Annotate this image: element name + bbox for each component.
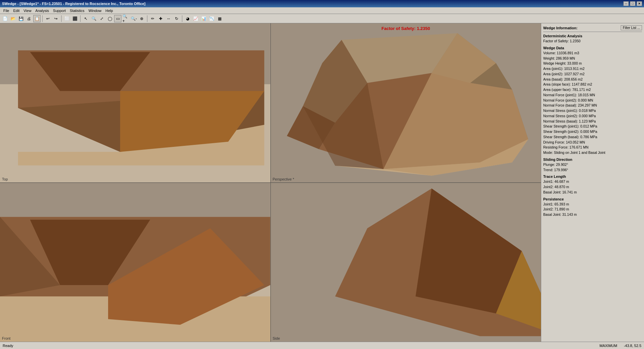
viewport-side[interactable]: Side (271, 183, 541, 342)
wedge-data-rows: Volume: 11036.891 m3Weight: 286.959 MNWe… (543, 51, 642, 156)
print-button[interactable]: 🖨 (25, 15, 33, 22)
filter-list-button[interactable]: Filter List ... (621, 25, 642, 30)
move-button[interactable]: ↔ (165, 15, 172, 22)
viewport-front[interactable]: Front (0, 183, 270, 342)
wedge-data-row-3: Area (joint1): 1013.911 m2 (543, 66, 642, 72)
trace-row-2: Basal Joint: 16.741 m (543, 190, 642, 195)
copy-button[interactable]: 📋 (33, 15, 41, 22)
wedge-data-row-6: Area (slope face): 1147.882 m2 (543, 82, 642, 87)
select2-button[interactable]: ◯ (106, 15, 113, 22)
wedge-data-row-5: Area (basal): 208.656 m2 (543, 77, 642, 82)
viewport-top[interactable]: Top (0, 23, 270, 182)
chart1-button[interactable]: 📈 (192, 15, 199, 22)
wedge-data-row-15: Shear Strength (joint2): 0.000 MPa (543, 129, 642, 135)
rect-button[interactable]: ▭ (114, 15, 121, 22)
cross-button[interactable]: ✚ (157, 15, 164, 22)
perspective-view-svg (271, 23, 541, 182)
menu-bar: File Edit View Analysis Support Statisti… (0, 7, 644, 14)
stereonet-button[interactable]: ◕ (184, 15, 191, 22)
side-viewport-label: Side (273, 336, 280, 340)
sep4 (147, 15, 147, 22)
chart2-button[interactable]: 📊 (200, 15, 207, 22)
pick-button[interactable]: ✏ (149, 15, 156, 22)
new-button[interactable]: 📄 (1, 15, 9, 22)
wedge-data-title: Wedge Data (543, 46, 642, 50)
top-view-svg (0, 23, 270, 182)
wedge-data-row-17: Driving Force: 143.052 MN (543, 140, 642, 145)
wedge-data-row-18: Resisting Force: 176.671 MN (543, 145, 642, 150)
viewport-perspective[interactable]: Factor of Safety: 1.2350 (271, 23, 541, 182)
sliding-row-1: Trend: 179.996° (543, 168, 642, 173)
wedge-data-row-0: Volume: 11036.891 m3 (543, 51, 642, 56)
title-bar-buttons: ─ □ ✕ (623, 1, 642, 6)
perspective-viewport-label: Perspective * (273, 177, 294, 181)
sliding-row-0: Plunge: 29.902° (543, 162, 642, 168)
minimize-button[interactable]: ─ (623, 1, 629, 6)
zoom-all-button[interactable]: ⊕ (138, 15, 145, 22)
front-view-svg (0, 183, 270, 342)
menu-edit[interactable]: Edit (11, 8, 22, 13)
zoom-out-button[interactable]: 🔍- (130, 15, 137, 22)
title-bar: SWedge - [SWedge1* - FS=1.23501 - Regist… (0, 0, 644, 7)
menu-support[interactable]: Support (51, 8, 68, 13)
table-button[interactable]: ▦ (216, 15, 223, 22)
trace-length-rows: Joint1: 46.687 mJoint2: 48.870 mBasal Jo… (543, 179, 642, 195)
right-panel-header: Wedge Information: Filter List ... (543, 25, 642, 32)
save-button[interactable]: 💾 (17, 15, 25, 22)
menu-help[interactable]: Help (103, 8, 115, 13)
wedge-data-row-9: Normal Force (joint2): 0.000 MN (543, 98, 642, 103)
open-button[interactable]: 📂 (9, 15, 17, 22)
wedge-data-row-13: Normal Stress (basal): 1.123 MPa (543, 119, 642, 124)
status-ready: Ready (3, 344, 599, 348)
sliding-direction-rows: Plunge: 29.902°Trend: 179.996° (543, 162, 642, 173)
svg-rect-17 (0, 183, 270, 217)
persistence-row-0: Joint1: 65.393 m (543, 202, 642, 207)
wedge-data-row-1: Weight: 286.959 MN (543, 56, 642, 61)
wedge-data-row-10: Normal Force (basal): 234.297 MN (543, 103, 642, 108)
menu-analysis[interactable]: Analysis (33, 8, 51, 13)
trace-row-1: Joint2: 48.870 m (543, 184, 642, 190)
app-title: SWedge - [SWedge1* - FS=1.23501 - Regist… (2, 2, 145, 6)
zoom-extents-button[interactable]: ⤢ (98, 15, 105, 22)
viewport-area: Top Factor of Safety: 1.2350 (0, 23, 541, 342)
side-view-svg (271, 183, 541, 342)
wedge-data-row-8: Normal Force (joint1): 18.015 MN (543, 93, 642, 98)
menu-statistics[interactable]: Statistics (68, 8, 86, 13)
wedge-data-row-16: Shear Strength (basal): 0.786 MPa (543, 135, 642, 140)
top-viewport-label: Top (2, 177, 8, 181)
rotate-button[interactable]: ↻ (173, 15, 180, 22)
sep5 (182, 15, 182, 22)
wedge-info-label: Wedge Information: (543, 26, 577, 30)
wedge-data-row-11: Normal Stress (joint1): 0.018 MPa (543, 108, 642, 114)
persistence-title: Persistence (543, 197, 642, 201)
menu-window[interactable]: Window (86, 8, 103, 13)
undo-button[interactable]: ↩ (44, 15, 52, 22)
menu-file[interactable]: File (1, 8, 11, 13)
menu-view[interactable]: View (22, 8, 34, 13)
deterministic-title: Deterministic Analysis (543, 34, 642, 38)
zoom-in-button[interactable]: 🔍+ (122, 15, 129, 22)
fs-value: Factor of Safety: 1.2350 (543, 39, 642, 44)
restore-button[interactable]: □ (630, 1, 635, 6)
status-bar: Ready MAXIMUM -43.8, 52.5 (0, 342, 644, 349)
btn4[interactable]: ⬛ (71, 15, 79, 22)
wedge-data-row-4: Area (joint2): 1027.927 m2 (543, 72, 642, 77)
wedge-data-row-14: Shear Strength (joint1): 0.012 MPa (543, 124, 642, 129)
redo-button[interactable]: ↪ (52, 15, 60, 22)
wedge-data-row-7: Area (upper face): 781.171 m2 (543, 87, 642, 93)
select-button[interactable]: ↖ (82, 15, 89, 22)
close-button[interactable]: ✕ (637, 1, 642, 6)
status-right: MAXIMUM -43.8, 52.5 (599, 344, 641, 348)
right-panel: Wedge Information: Filter List ... Deter… (541, 23, 644, 342)
wedge-data-row-12: Normal Stress (joint2): 0.000 MPa (543, 114, 642, 119)
btn3[interactable]: ⬜ (63, 15, 71, 22)
chart3-button[interactable]: 📉 (208, 15, 215, 22)
wedge-data-row-19: Mode: Sliding on Joint 1 and Basal Joint (543, 150, 642, 156)
persistence-row-2: Basal Joint: 31.143 m (543, 212, 642, 217)
trace-row-0: Joint1: 46.687 m (543, 179, 642, 184)
zoom-window-button[interactable]: 🔍 (90, 15, 97, 22)
status-coords: -43.8, 52.5 (624, 344, 641, 348)
trace-length-title: Trace Length (543, 174, 642, 178)
main-container: Top Factor of Safety: 1.2350 (0, 23, 644, 342)
factor-of-safety-label: Factor of Safety: 1.2350 (382, 26, 430, 31)
